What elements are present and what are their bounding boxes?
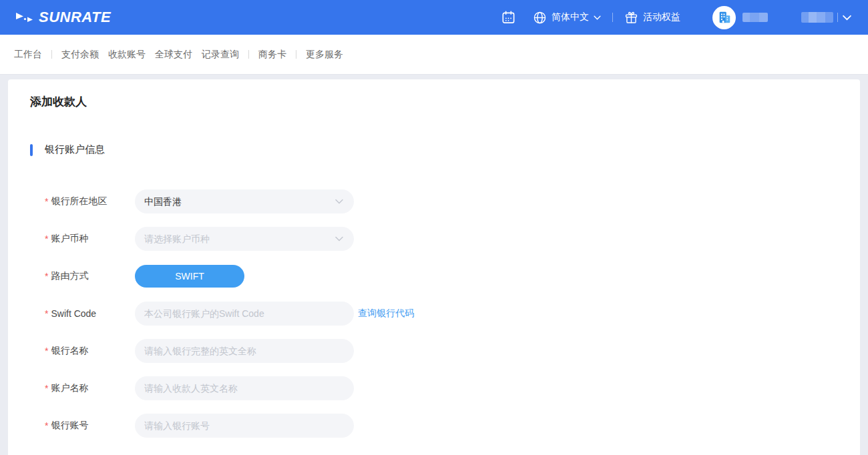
bank-account-number-input[interactable] [135, 414, 354, 438]
calendar-icon[interactable] [500, 9, 516, 25]
main-nav: 工作台 支付余额 收款账号 全球支付 记录查询 商务卡 更多服务 [0, 35, 868, 75]
bank-region-select[interactable]: 中国香港 [135, 189, 354, 213]
query-bank-code-link[interactable]: 查询银行代码 [358, 308, 414, 320]
top-header: SUNRATE 简体中文 [0, 0, 868, 35]
chevron-down-icon [335, 236, 343, 242]
nav-item-business-card[interactable]: 商务卡 [258, 49, 286, 61]
page-title: 添加收款人 [30, 95, 860, 109]
nav-item-more-services[interactable]: 更多服务 [306, 49, 343, 61]
required-mark: * [45, 346, 48, 356]
field-label: * 银行名称 [45, 345, 135, 357]
header-divider [837, 13, 838, 22]
select-placeholder: 请选择账户币种 [144, 227, 210, 251]
account-currency-select[interactable]: 请选择账户币种 [135, 227, 354, 251]
nav-divider [51, 50, 52, 59]
required-mark: * [45, 234, 48, 244]
form-row-bank-account-number: * 银行账号 [30, 414, 860, 438]
section-title: 银行账户信息 [45, 143, 105, 156]
chevron-down-icon [594, 15, 601, 20]
nav-divider [296, 50, 296, 59]
field-label: * Swift Code [45, 308, 135, 319]
required-mark: * [45, 308, 48, 319]
building-icon [717, 10, 732, 25]
required-mark: * [45, 383, 48, 394]
masked-company-name [801, 12, 833, 23]
field-label: * 银行账号 [45, 420, 135, 432]
nav-item-workbench[interactable]: 工作台 [14, 49, 42, 61]
language-selector[interactable]: 简体中文 [533, 11, 601, 25]
field-label: * 账户币种 [45, 233, 135, 245]
benefits-label: 活动权益 [643, 11, 680, 23]
field-label: * 路由方式 [45, 270, 135, 282]
form-row-swift-code: * Swift Code 查询银行代码 [30, 302, 860, 326]
globe-icon [533, 11, 547, 25]
nav-item-receiving-account[interactable]: 收款账号 [108, 49, 146, 61]
header-divider [612, 13, 613, 22]
required-mark: * [45, 196, 48, 207]
form-row-bank-region: * 银行所在地区 中国香港 [30, 189, 860, 213]
logo-arrows-icon [15, 9, 35, 26]
required-mark: * [45, 271, 48, 282]
field-label: * 账户名称 [45, 382, 135, 394]
form-row-account-currency: * 账户币种 请选择账户币种 [30, 227, 860, 251]
bank-account-section-header: 银行账户信息 [30, 143, 860, 156]
form-row-routing-method: * 路由方式 SWIFT [30, 264, 860, 288]
nav-item-global-payment[interactable]: 全球支付 [155, 49, 192, 61]
chevron-down-icon [335, 199, 343, 204]
bank-name-input[interactable] [135, 339, 354, 363]
nav-item-record-query[interactable]: 记录查询 [202, 49, 239, 61]
swift-routing-button[interactable]: SWIFT [135, 265, 244, 288]
add-payee-card: 添加收款人 银行账户信息 * 银行所在地区 中国香港 * 账户币种 请选择账户币… [8, 79, 860, 455]
benefits-button[interactable]: 活动权益 [624, 11, 680, 25]
gift-icon [624, 11, 638, 25]
bank-account-form: * 银行所在地区 中国香港 * 账户币种 请选择账户币种 * 路由方式 [30, 189, 860, 438]
required-mark: * [45, 420, 48, 431]
form-row-bank-name: * 银行名称 [30, 339, 860, 363]
account-name-input[interactable] [135, 376, 354, 400]
swift-code-input[interactable] [135, 302, 354, 326]
section-accent-bar [30, 144, 33, 156]
select-value: 中国香港 [144, 189, 182, 213]
field-label: * 银行所在地区 [45, 195, 135, 207]
masked-username [742, 13, 768, 22]
nav-divider [248, 50, 249, 59]
logo-text: SUNRATE [39, 9, 111, 26]
nav-item-payment-balance[interactable]: 支付余额 [61, 49, 99, 61]
avatar[interactable] [712, 6, 736, 29]
user-menu-chevron-icon[interactable] [843, 15, 851, 21]
language-label: 简体中文 [552, 11, 589, 23]
form-row-account-name: * 账户名称 [30, 376, 860, 400]
sunrate-logo[interactable]: SUNRATE [15, 9, 111, 26]
